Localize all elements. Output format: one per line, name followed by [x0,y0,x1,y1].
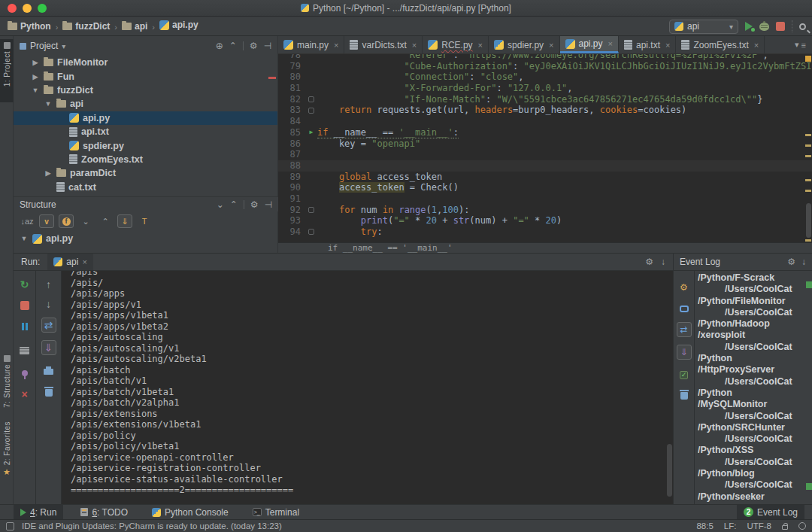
hide-panel-icon[interactable]: ⊣ [265,199,272,210]
fold-box-icon[interactable] [308,96,314,102]
breadcrumb-item[interactable]: fuzzDict [62,21,110,32]
editor-tab-varDicts.txt[interactable]: varDicts.txt× [344,36,423,53]
close-icon[interactable]: × [334,41,338,50]
up-stacktrace-button[interactable]: ↑ [36,277,61,292]
tree-item[interactable]: ▼fuzzDict [14,84,277,97]
code-editor[interactable]: 78 "Referer": "https://www.zoomeye.org/s… [278,54,812,242]
print-button[interactable] [36,364,61,379]
caret-position[interactable]: 88:5 [696,521,713,530]
close-icon[interactable]: × [82,257,86,266]
collapse-all-icon[interactable]: ⌃ [229,41,237,51]
tree-item[interactable]: ▼api [14,97,277,111]
gear-icon[interactable]: ⚙ [787,257,795,267]
close-icon[interactable]: × [412,41,417,50]
settings-wrench-icon[interactable]: ⚙ [674,280,694,295]
show-variables-icon[interactable]: v [39,214,54,228]
editor-area[interactable]: main.py×varDicts.txt×RCE.py×spdier.py×ap… [278,36,812,253]
encoding-indicator[interactable]: UTF-8 [747,521,771,530]
toolwindow-tab-favorites[interactable]: 2: Favorites ★ [0,418,14,494]
show-command-line-icon[interactable] [14,343,35,358]
scroll-to-end-button[interactable]: ⇓ [674,345,694,360]
gear-icon[interactable]: ⚙ [250,199,259,210]
run-line-icon[interactable]: ▶ [305,127,317,138]
search-everywhere-button[interactable] [799,23,806,30]
sort-alphabetically-icon[interactable]: ↓az [20,214,35,228]
run-button[interactable] [745,22,753,31]
editor-tab-api.txt[interactable]: api.txt× [619,36,676,53]
breadcrumb-item[interactable]: Python [8,21,51,32]
close-icon[interactable]: × [478,41,483,50]
locate-file-icon[interactable]: ⊕ [216,41,223,51]
collapse-all-icon[interactable]: ⌃ [230,199,238,210]
editor-tab-ZoomEyes.txt[interactable]: ZoomEyes.txt× [676,36,765,53]
collapse-all-icon[interactable]: ⌃ [98,214,113,228]
toolwindow-toggle-icon[interactable] [6,522,14,530]
structure-root-item[interactable]: ▼ api.py [14,231,278,246]
expand-all-icon[interactable]: ⌄ [78,214,93,228]
autoscroll-to-source-icon[interactable]: ⇓ [117,214,132,228]
tree-item[interactable]: ZoomEyes.txt [14,153,277,166]
run-config-select[interactable]: api ▾ [669,20,738,34]
expand-all-icon[interactable]: ⌄ [217,199,224,210]
toolwindow-button-terminal[interactable]: >_ Terminal [246,505,306,520]
tree-item[interactable]: api.py [14,111,277,125]
soft-wrap-button[interactable]: ⇄ [36,318,61,333]
clear-console-button[interactable] [36,385,61,400]
editor-tab-RCE.py[interactable]: RCE.py× [423,36,489,53]
editor-error-stripe[interactable] [804,54,812,242]
pause-button[interactable] [14,319,35,334]
mark-read-icon[interactable]: ✓ [674,367,694,382]
down-stacktrace-button[interactable]: ↓ [36,296,61,312]
tab-list-icon[interactable]: ≡ [801,41,806,50]
hide-panel-icon[interactable]: ↓ [661,257,665,267]
run-tab-api[interactable]: api × [47,254,92,270]
close-button[interactable]: × [14,387,35,402]
autoscroll-from-source-icon[interactable]: T [137,214,152,228]
lock-icon[interactable] [782,525,788,530]
close-icon[interactable]: × [549,41,553,50]
pin-button[interactable] [14,366,35,381]
tree-item[interactable]: ▶Fun [14,69,277,83]
tree-item[interactable]: spdier.py [14,138,277,152]
toolwindow-button-event-log[interactable]: 2 Event Log [737,505,804,520]
soft-wrap-button[interactable]: ⇄ [674,322,694,337]
hide-panel-icon[interactable]: ⊣ [264,41,271,51]
editor-tab-api.py[interactable]: api.py× [560,36,619,53]
chevron-down-icon[interactable]: ▾ [62,42,65,50]
breadcrumb-item[interactable]: api [122,21,147,32]
hector-icon[interactable] [798,522,806,530]
toolwindow-button-python-console[interactable]: Python Console [145,505,235,520]
clear-log-button[interactable] [674,388,694,403]
breadcrumb-item[interactable]: api.py [159,20,198,30]
tree-item[interactable]: ▶FileMonitor [14,56,277,69]
scroll-to-end-button[interactable]: ⇓ [36,340,61,355]
show-functions-icon[interactable]: f [59,214,74,228]
close-icon[interactable]: × [608,39,613,48]
close-icon[interactable]: × [754,41,759,50]
gear-icon[interactable]: ⚙ [250,41,258,51]
console-output[interactable]: /apis/apis//apis/apps/apis/apps/v1/apis/… [71,271,665,506]
fold-box-icon[interactable] [308,108,314,114]
hide-panel-icon[interactable]: ↓ [801,257,806,267]
run-arrow-icon[interactable]: ▶ [310,127,314,138]
chevron-down-icon[interactable]: ▾ [795,40,799,50]
stop-button[interactable] [776,22,785,31]
event-log-content[interactable]: /Python/F-Scrack/Users/CoolCat/Python/Fi… [698,272,812,505]
console-scrollbar[interactable] [667,444,672,497]
editor-tab-spdier.py[interactable]: spdier.py× [489,36,559,53]
tree-item[interactable]: cat.txt [14,181,277,194]
editor-scrollbar[interactable] [806,203,811,238]
toolwindow-button-todo[interactable]: 6: TODO [74,505,135,520]
editor-tab-main.py[interactable]: main.py× [278,36,344,53]
stop-button[interactable] [14,298,35,313]
rerun-button[interactable]: ↻ [14,277,35,292]
gear-icon[interactable]: ⚙ [645,257,653,267]
debug-button[interactable] [759,23,769,31]
fold-box-icon[interactable] [308,229,314,235]
toolwindow-tab-structure[interactable]: 7: Structure [0,352,14,415]
toolwindow-button-run[interactable]: 4: Run [14,505,63,520]
line-separator-indicator[interactable]: LF: [724,521,737,530]
status-message[interactable]: IDE and Plugin Updates: PyCharm is ready… [22,521,282,530]
fold-box-icon[interactable] [308,207,314,213]
toolwindow-tab-project[interactable]: 1: Project [0,39,14,102]
